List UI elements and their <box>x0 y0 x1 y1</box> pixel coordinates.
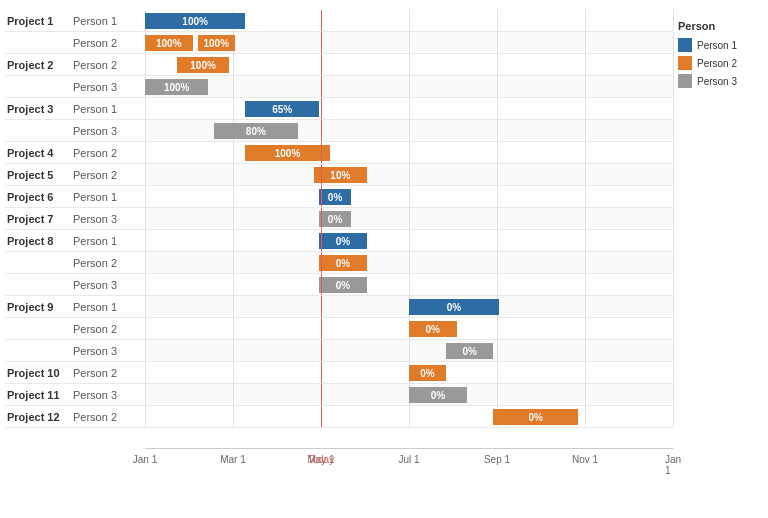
project-label: Project 2 <box>5 59 65 71</box>
x-tick: Mar 1 <box>220 454 246 465</box>
project-label: Project 11 <box>5 389 65 401</box>
legend-item: Person 3 <box>678 74 758 88</box>
gantt-bar: 0% <box>319 255 367 271</box>
bar-area: 0% <box>145 230 673 252</box>
gantt-bar: 100% <box>145 35 193 51</box>
project-label: Project 5 <box>5 169 65 181</box>
bar-area: 0% <box>145 362 673 384</box>
gantt-bar: 0% <box>409 299 499 315</box>
gantt-bar: 0% <box>319 211 351 227</box>
bar-area: 100% <box>145 142 673 164</box>
gantt-bar: 0% <box>319 277 367 293</box>
row-wrapper: Project 11Person 30% <box>5 384 673 406</box>
legend-color <box>678 56 692 70</box>
row-wrapper: Project 2Person 2100% <box>5 54 673 76</box>
bar-area: 0% <box>145 318 673 340</box>
project-label: Project 9 <box>5 301 65 313</box>
person-label: Person 2 <box>65 367 117 379</box>
gantt-bar: 80% <box>214 123 298 139</box>
project-label: Project 6 <box>5 191 65 203</box>
row-wrapper: Person 30% <box>5 274 673 296</box>
row-wrapper: Person 30% <box>5 340 673 362</box>
bar-area: 100%100% <box>145 32 673 54</box>
gantt-bar: 0% <box>319 233 367 249</box>
row-wrapper: Project 4Person 2100% <box>5 142 673 164</box>
row-wrapper: Project 9Person 10% <box>5 296 673 318</box>
project-label: Project 8 <box>5 235 65 247</box>
project-label: Project 12 <box>5 411 65 423</box>
project-label: Project 10 <box>5 367 65 379</box>
project-label: Project 7 <box>5 213 65 225</box>
row-wrapper: Person 2100%100% <box>5 32 673 54</box>
person-label: Person 3 <box>65 81 117 93</box>
person-label: Person 2 <box>65 37 117 49</box>
bar-area: 0% <box>145 186 673 208</box>
gantt-bar: 65% <box>245 101 319 117</box>
gantt-bar: 0% <box>409 387 467 403</box>
gantt-bar: 100% <box>177 57 230 73</box>
row-wrapper: Project 8Person 10% <box>5 230 673 252</box>
person-label: Person 2 <box>65 169 117 181</box>
row-wrapper: Person 20% <box>5 252 673 274</box>
legend-item: Person 1 <box>678 38 758 52</box>
bar-area: 80% <box>145 120 673 142</box>
gantt-bar-2: 100% <box>198 35 235 51</box>
gantt-bar: 10% <box>314 167 367 183</box>
gantt-bar: 0% <box>409 365 446 381</box>
legend-color <box>678 38 692 52</box>
legend-item: Person 2 <box>678 56 758 70</box>
person-label: Person 2 <box>65 59 117 71</box>
row-wrapper: Person 3100% <box>5 76 673 98</box>
gantt-bar: 100% <box>145 13 245 29</box>
bar-area: 100% <box>145 54 673 76</box>
bar-area: 0% <box>145 406 673 428</box>
bar-area: 100% <box>145 76 673 98</box>
person-label: Person 3 <box>65 125 117 137</box>
person-label: Person 1 <box>65 103 117 115</box>
bar-area: 10% <box>145 164 673 186</box>
row-wrapper: Project 10Person 20% <box>5 362 673 384</box>
gantt-rows: Project 1Person 1100%Person 2100%100%Pro… <box>5 10 673 448</box>
row-wrapper: Project 12Person 20% <box>5 406 673 428</box>
project-label: Project 4 <box>5 147 65 159</box>
x-tick: Jan 1 <box>133 454 157 465</box>
gantt-bar: 100% <box>245 145 329 161</box>
row-wrapper: Project 1Person 1100% <box>5 10 673 32</box>
bar-area: 100% <box>145 10 673 32</box>
x-tick: Sep 1 <box>484 454 510 465</box>
x-tick: Jan 1 <box>665 454 681 476</box>
bar-area: 0% <box>145 384 673 406</box>
row-wrapper: Project 7Person 30% <box>5 208 673 230</box>
gantt-bar: 0% <box>493 409 577 425</box>
legend-label: Person 1 <box>697 40 737 51</box>
bar-area: 0% <box>145 340 673 362</box>
person-label: Person 1 <box>65 191 117 203</box>
gantt-bar: 0% <box>409 321 457 337</box>
today-label: Today <box>307 454 334 465</box>
project-label: Project 3 <box>5 103 65 115</box>
person-label: Person 2 <box>65 257 117 269</box>
legend-color <box>678 74 692 88</box>
gantt-bar: 0% <box>446 343 494 359</box>
x-axis: Jan 1Mar 1May 1Jul 1Sep 1Nov 1Jan 1Today <box>145 448 673 478</box>
legend-title: Person <box>678 20 758 32</box>
person-label: Person 3 <box>65 213 117 225</box>
person-label: Person 1 <box>65 15 117 27</box>
row-wrapper: Project 3Person 165% <box>5 98 673 120</box>
row-wrapper: Person 380% <box>5 120 673 142</box>
legend-label: Person 3 <box>697 76 737 87</box>
bar-area: 0% <box>145 296 673 318</box>
person-label: Person 3 <box>65 389 117 401</box>
bar-area: 0% <box>145 252 673 274</box>
legend: Person Person 1Person 2Person 3 <box>673 10 763 478</box>
person-label: Person 2 <box>65 411 117 423</box>
row-wrapper: Project 6Person 10% <box>5 186 673 208</box>
row-wrapper: Project 5Person 210% <box>5 164 673 186</box>
person-label: Person 2 <box>65 147 117 159</box>
bar-area: 0% <box>145 274 673 296</box>
row-wrapper: Person 20% <box>5 318 673 340</box>
person-label: Person 2 <box>65 323 117 335</box>
legend-label: Person 2 <box>697 58 737 69</box>
chart-container: Project 1Person 1100%Person 2100%100%Pro… <box>0 0 768 518</box>
bar-area: 65% <box>145 98 673 120</box>
